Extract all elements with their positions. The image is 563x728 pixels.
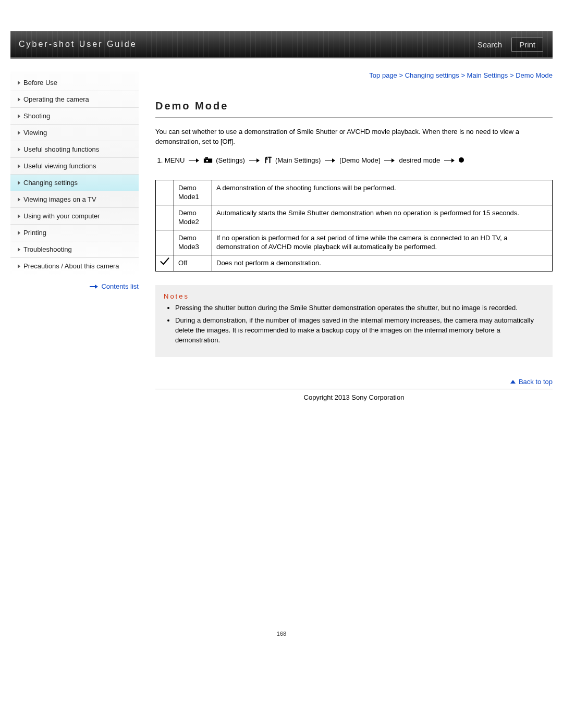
- step-text: desired mode: [399, 156, 440, 164]
- triangle-right-icon: [18, 264, 20, 268]
- sidebar: Before UseOperating the cameraShootingVi…: [10, 71, 139, 275]
- title-divider: [155, 117, 553, 118]
- triangle-right-icon: [18, 181, 20, 185]
- arrow-icon: [249, 158, 260, 162]
- option-check-cell: [156, 230, 174, 255]
- breadcrumb: Top page > Changing settings > Main Sett…: [155, 71, 553, 79]
- footer-divider: [155, 389, 553, 389]
- arrow-icon: [384, 158, 395, 162]
- triangle-right-icon: [18, 164, 20, 168]
- sidebar-item-label: Shooting: [23, 112, 50, 120]
- sidebar-item-label: Precautions / About this camera: [23, 262, 119, 270]
- arrow-icon: [325, 158, 335, 162]
- sidebar-item-label: Useful viewing functions: [23, 162, 96, 170]
- back-to-top-label: Back to top: [519, 378, 553, 386]
- triangle-right-icon: [18, 114, 20, 118]
- settings-icon: [203, 156, 213, 164]
- table-row: Demo Mode1A demonstration of the shootin…: [156, 180, 553, 205]
- search-link[interactable]: Search: [478, 40, 503, 49]
- option-check-cell: [156, 255, 174, 271]
- sidebar-item-label: Changing settings: [23, 179, 78, 187]
- checkmark-icon: [160, 256, 170, 267]
- svg-rect-2: [206, 160, 209, 162]
- main-settings-icon: [264, 156, 272, 164]
- breadcrumb-link[interactable]: Demo Mode: [516, 71, 553, 79]
- breadcrumb-link[interactable]: Top page: [369, 71, 397, 79]
- sidebar-item[interactable]: Using with your computer: [10, 208, 139, 225]
- step-text: MENU: [165, 156, 185, 164]
- sidebar-item[interactable]: Useful viewing functions: [10, 158, 139, 175]
- contents-list-label: Contents list: [101, 282, 139, 290]
- step-text: [Demo Mode]: [339, 156, 380, 164]
- sidebar-item[interactable]: Printing: [10, 225, 139, 241]
- option-name: Off: [174, 255, 212, 271]
- option-desc: Automatically starts the Smile Shutter d…: [212, 205, 553, 230]
- sidebar-item[interactable]: Useful shooting functions: [10, 141, 139, 158]
- print-button[interactable]: Print: [511, 38, 543, 52]
- triangle-right-icon: [18, 97, 20, 102]
- sidebar-item-label: Using with your computer: [23, 212, 100, 220]
- main-content: Top page > Changing settings > Main Sett…: [155, 71, 553, 422]
- sidebar-item[interactable]: Shooting: [10, 108, 139, 125]
- sidebar-item[interactable]: Precautions / About this camera: [10, 258, 139, 274]
- sidebar-item-label: Operating the camera: [23, 95, 89, 103]
- triangle-right-icon: [18, 131, 20, 135]
- sidebar-item[interactable]: Before Use: [10, 75, 139, 91]
- option-name: Demo Mode1: [174, 180, 212, 205]
- svg-rect-1: [205, 157, 208, 159]
- sidebar-item-label: Troubleshooting: [23, 245, 72, 253]
- sidebar-item[interactable]: Operating the camera: [10, 91, 139, 108]
- sidebar-item-label: Useful shooting functions: [23, 145, 99, 153]
- step-list: MENU (Settings): [155, 156, 553, 164]
- arrow-right-icon: [90, 285, 98, 289]
- notes-box: Notes Pressing the shutter button during…: [155, 285, 553, 357]
- table-row: Demo Mode2Automatically starts the Smile…: [156, 205, 553, 230]
- step-text: (Settings): [216, 156, 245, 164]
- sidebar-item-label: Viewing images on a TV: [23, 195, 96, 203]
- sidebar-item-label: Before Use: [23, 79, 57, 87]
- sidebar-item[interactable]: Troubleshooting: [10, 241, 139, 258]
- triangle-right-icon: [18, 214, 20, 218]
- table-row: Demo Mode3If no operation is performed f…: [156, 230, 553, 255]
- triangle-right-icon: [18, 198, 20, 202]
- sidebar-item-label: Viewing: [23, 129, 47, 137]
- breadcrumb-link[interactable]: Main Settings: [467, 71, 508, 79]
- notes-heading: Notes: [164, 292, 544, 300]
- option-desc: Does not perform a demonstration.: [212, 255, 553, 271]
- copyright: Copyright 2013 Sony Corporation: [155, 393, 553, 401]
- site-title: Cyber-shot User Guide: [10, 40, 137, 49]
- notes-list: Pressing the shutter button during the S…: [164, 303, 544, 346]
- triangle-right-icon: [18, 248, 20, 252]
- page-title: Demo Mode: [155, 100, 553, 112]
- confirm-dot-icon: [459, 157, 464, 163]
- triangle-right-icon: [18, 81, 20, 85]
- triangle-right-icon: [18, 147, 20, 152]
- sidebar-item[interactable]: Changing settings: [10, 175, 139, 191]
- note-item: Pressing the shutter button during the S…: [175, 303, 544, 313]
- contents-list-link[interactable]: Contents list: [10, 275, 143, 290]
- sidebar-item[interactable]: Viewing: [10, 125, 139, 141]
- options-table: Demo Mode1A demonstration of the shootin…: [155, 180, 553, 272]
- triangle-up-icon: [510, 380, 516, 384]
- table-row: OffDoes not perform a demonstration.: [156, 255, 553, 271]
- option-name: Demo Mode3: [174, 230, 212, 255]
- breadcrumb-link[interactable]: Changing settings: [405, 71, 459, 79]
- header-bar: Cyber-shot User Guide Search Print: [10, 31, 553, 58]
- back-to-top-link[interactable]: Back to top: [155, 378, 553, 386]
- sidebar-item[interactable]: Viewing images on a TV: [10, 191, 139, 208]
- sidebar-item-label: Printing: [23, 229, 46, 237]
- option-desc: If no operation is performed for a set p…: [212, 230, 553, 255]
- page-number: 168: [10, 631, 553, 647]
- arrow-icon: [444, 158, 455, 162]
- option-name: Demo Mode2: [174, 205, 212, 230]
- intro-paragraph: You can set whether to use a demonstrati…: [155, 127, 553, 147]
- note-item: During a demonstration, if the number of…: [175, 316, 544, 346]
- option-check-cell: [156, 180, 174, 205]
- option-desc: A demonstration of the shooting function…: [212, 180, 553, 205]
- arrow-icon: [189, 158, 199, 162]
- triangle-right-icon: [18, 231, 20, 235]
- step-text: (Main Settings): [275, 156, 321, 164]
- option-check-cell: [156, 205, 174, 230]
